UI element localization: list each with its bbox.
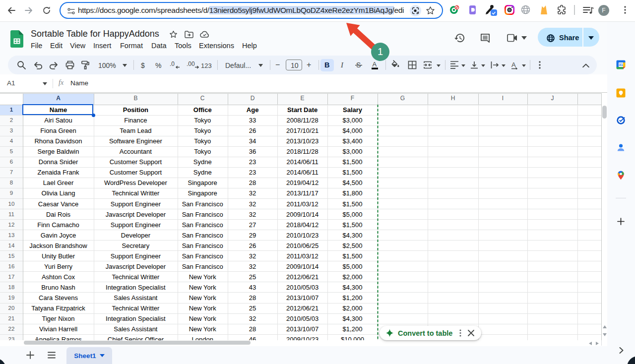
svg-text:31: 31: [619, 62, 623, 67]
